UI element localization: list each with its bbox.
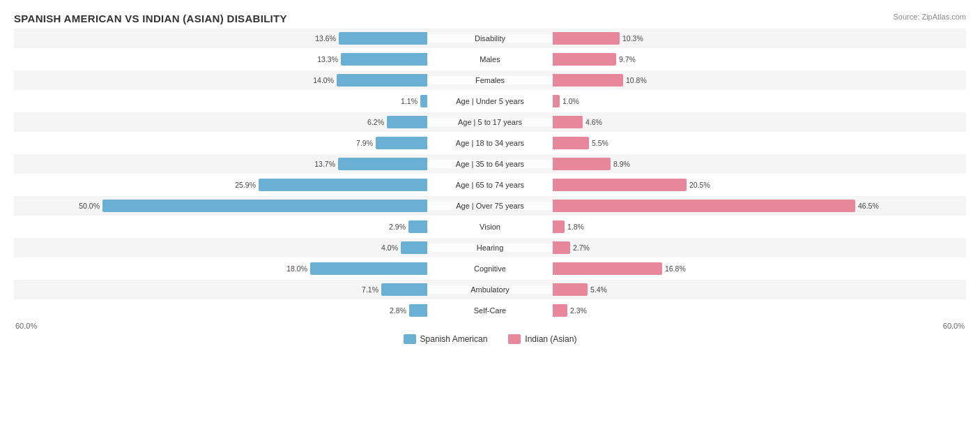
right-section: 8.9% (553, 154, 966, 174)
bar-row: 50.0% Age | Over 75 years 46.5% (14, 196, 966, 216)
row-inner: 18.0% Cognitive 16.8% (14, 259, 966, 278)
right-section: 46.5% (553, 196, 966, 216)
right-bar (553, 32, 620, 45)
bar-row: 13.3% Males 9.7% (14, 50, 966, 69)
left-value: 6.2% (367, 118, 384, 126)
left-section: 25.9% (14, 175, 427, 195)
right-section: 1.0% (553, 91, 966, 111)
bar-row: 4.0% Hearing 2.7% (14, 238, 966, 257)
right-section: 10.8% (553, 70, 966, 90)
row-inner: 14.0% Females 10.8% (14, 70, 966, 90)
legend-spanish-color (404, 334, 416, 344)
left-value: 13.7% (314, 160, 335, 168)
right-section: 1.8% (553, 217, 966, 237)
source-label: Source: ZipAtlas.com (893, 13, 966, 21)
bar-row: 14.0% Females 10.8% (14, 70, 966, 90)
bar-row: 7.1% Ambulatory 5.4% (14, 280, 966, 299)
left-bar (339, 32, 427, 45)
legend-indian: Indian (Asian) (508, 334, 576, 344)
row-inner: 25.9% Age | 65 to 74 years 20.5% (14, 175, 966, 195)
left-bar (310, 262, 427, 275)
right-bar (553, 95, 560, 107)
left-value: 13.3% (317, 55, 338, 63)
center-label: Self-Care (427, 306, 553, 315)
left-value: 25.9% (235, 181, 256, 189)
legend-indian-color (508, 334, 521, 344)
row-inner: 1.1% Age | Under 5 years 1.0% (14, 91, 966, 111)
left-value: 7.1% (362, 285, 378, 294)
right-bar (553, 137, 589, 149)
right-value: 20.5% (689, 181, 710, 189)
left-section: 18.0% (14, 259, 427, 278)
axis-right-label: 60.0% (943, 322, 965, 330)
left-bar (341, 53, 427, 66)
left-section: 1.1% (14, 91, 427, 111)
left-bar (338, 158, 427, 170)
left-value: 2.9% (389, 223, 406, 231)
center-label: Ambulatory (427, 285, 553, 294)
left-section: 7.9% (14, 133, 427, 153)
left-bar (408, 220, 427, 233)
right-value: 4.6% (585, 118, 602, 126)
right-value: 9.7% (619, 55, 636, 63)
legend: Spanish American Indian (Asian) (14, 334, 966, 344)
chart-container: SPANISH AMERICAN VS INDIAN (ASIAN) DISAB… (0, 0, 980, 427)
right-section: 2.3% (553, 301, 966, 320)
row-inner: 2.9% Vision 1.8% (14, 217, 966, 237)
bar-row: 13.6% Disability 10.3% (14, 29, 966, 48)
bar-row: 7.9% Age | 18 to 34 years 5.5% (14, 133, 966, 153)
row-inner: 50.0% Age | Over 75 years 46.5% (14, 196, 966, 216)
right-section: 20.5% (553, 175, 966, 195)
right-value: 8.9% (613, 160, 630, 168)
right-value: 10.3% (622, 34, 643, 43)
right-value: 1.0% (562, 97, 579, 105)
center-label: Age | 65 to 74 years (427, 181, 553, 189)
left-section: 13.3% (14, 50, 427, 69)
right-bar (553, 220, 565, 233)
row-inner: 4.0% Hearing 2.7% (14, 238, 966, 257)
right-section: 5.4% (553, 280, 966, 299)
right-bar (553, 116, 583, 128)
left-section: 6.2% (14, 112, 427, 132)
chart-body: 13.6% Disability 10.3% 13.3% Males 9.7% (14, 29, 966, 330)
legend-indian-label: Indian (Asian) (525, 334, 576, 344)
left-bar (420, 95, 427, 107)
right-value: 1.8% (567, 223, 584, 231)
left-section: 2.8% (14, 301, 427, 320)
right-value: 5.4% (590, 285, 607, 294)
bar-row: 13.7% Age | 35 to 64 years 8.9% (14, 154, 966, 174)
right-value: 46.5% (858, 202, 879, 210)
left-bar (409, 304, 427, 317)
legend-spanish: Spanish American (404, 334, 488, 344)
center-label: Age | 18 to 34 years (427, 139, 553, 147)
left-value: 14.0% (313, 76, 334, 84)
row-inner: 13.6% Disability 10.3% (14, 29, 966, 48)
bar-row: 2.9% Vision 1.8% (14, 217, 966, 237)
center-label: Age | 5 to 17 years (427, 118, 553, 126)
left-section: 50.0% (14, 196, 427, 216)
axis-left-label: 60.0% (15, 322, 37, 330)
left-value: 7.9% (356, 139, 373, 147)
bar-row: 25.9% Age | 65 to 74 years 20.5% (14, 175, 966, 195)
left-bar (102, 200, 427, 212)
left-value: 1.1% (401, 97, 418, 105)
right-section: 16.8% (553, 259, 966, 278)
row-inner: 13.7% Age | 35 to 64 years 8.9% (14, 154, 966, 174)
center-label: Cognitive (427, 264, 553, 273)
right-bar (553, 304, 567, 317)
center-label: Males (427, 55, 553, 63)
right-bar (553, 179, 687, 191)
center-label: Females (427, 76, 553, 84)
bar-row: 18.0% Cognitive 16.8% (14, 259, 966, 278)
left-value: 13.6% (315, 34, 336, 43)
right-bar (553, 74, 623, 87)
bar-row: 6.2% Age | 5 to 17 years 4.6% (14, 112, 966, 132)
center-label: Vision (427, 223, 553, 231)
row-inner: 7.1% Ambulatory 5.4% (14, 280, 966, 299)
left-value: 2.8% (390, 306, 406, 315)
right-value: 5.5% (592, 139, 608, 147)
left-section: 4.0% (14, 238, 427, 257)
left-value: 50.0% (79, 202, 100, 210)
left-bar (376, 137, 427, 149)
left-bar (381, 283, 427, 296)
